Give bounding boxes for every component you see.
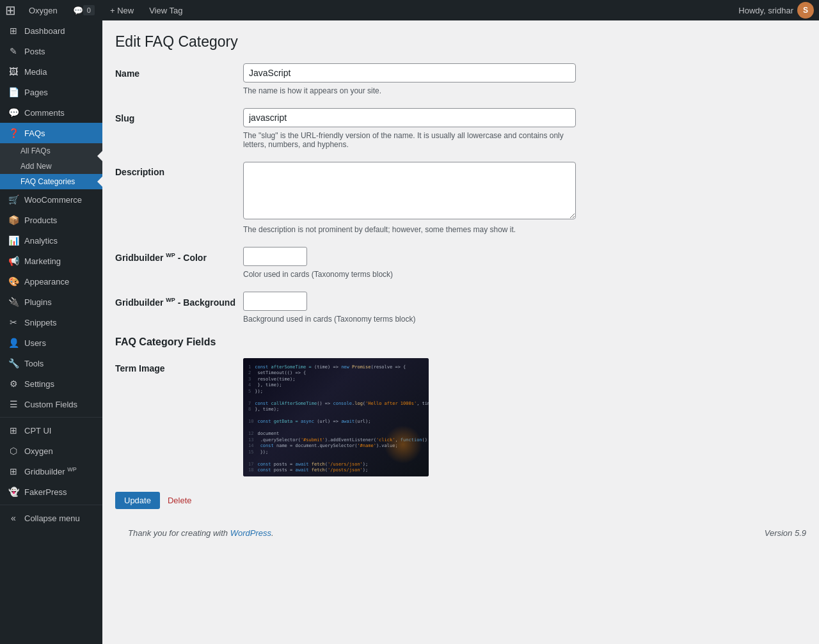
pages-icon: 📄 — [8, 87, 19, 97]
sidebar-item-marketing[interactable]: 📢Marketing — [0, 251, 102, 271]
term-image-content: 1const afterSomeTime = (time) => new Pro… — [243, 358, 691, 476]
sidebar-label: Collapse menu — [24, 514, 80, 523]
section-title: FAQ Category Fields — [115, 336, 691, 348]
sidebar-item-users[interactable]: 👤Users — [0, 333, 102, 353]
custom-fields-icon: ☰ — [8, 399, 19, 409]
sidebar-label: FAQs — [24, 129, 45, 138]
sidebar-label: Plugins — [24, 297, 52, 307]
description-field: Description The description is not promi… — [115, 162, 691, 234]
sidebar-label: Products — [24, 216, 57, 225]
sidebar-item-woocommerce[interactable]: 🛒WooCommerce — [0, 189, 102, 210]
name-label: Name — [115, 63, 243, 95]
page-title: Edit FAQ Category — [115, 33, 806, 51]
term-image-preview[interactable]: 1const afterSomeTime = (time) => new Pro… — [243, 358, 429, 476]
color-field: Gridbuilder WP - Color Color used in car… — [115, 247, 691, 279]
settings-icon: ⚙ — [8, 379, 19, 389]
sidebar-label: CPT UI — [24, 426, 51, 436]
user-avatar: S — [797, 2, 814, 19]
sidebar-label: Users — [24, 338, 46, 348]
media-icon: 🖼 — [8, 67, 19, 77]
color-input[interactable] — [243, 247, 307, 266]
sidebar-item-products[interactable]: 📦Products — [0, 210, 102, 230]
sidebar-item-analytics[interactable]: 📊Analytics — [0, 230, 102, 251]
appearance-icon: 🎨 — [8, 276, 19, 287]
name-field: Name The name is how it appears on your … — [115, 63, 691, 95]
sidebar-label: Gridbuilder WP — [24, 466, 77, 476]
snippets-icon: ✂ — [8, 317, 19, 327]
comment-icon: 💬 — [73, 6, 83, 15]
sidebar-label: Custom Fields — [24, 400, 77, 409]
sidebar-item-collapse[interactable]: «Collapse menu — [0, 508, 102, 528]
name-input[interactable] — [243, 63, 576, 82]
sidebar-item-oxygen[interactable]: ⬡Oxygen — [0, 441, 102, 461]
sidebar-item-posts[interactable]: ✎Posts — [0, 41, 102, 61]
sidebar-item-settings[interactable]: ⚙Settings — [0, 373, 102, 394]
description-description: The description is not prominent by defa… — [243, 225, 576, 234]
sidebar-label: Pages — [24, 88, 48, 97]
sidebar-item-media[interactable]: 🖼Media — [0, 61, 102, 82]
sidebar-label: Oxygen — [24, 446, 53, 456]
color-label: Gridbuilder WP - Color — [115, 247, 243, 279]
sidebar-item-faqs[interactable]: ❓FAQs All FAQs Add New FAQ Categories — [0, 123, 102, 189]
background-input[interactable] — [243, 292, 307, 311]
sidebar-label: Comments — [24, 108, 65, 118]
posts-icon: ✎ — [8, 46, 19, 56]
admin-bar: ⊞ Oxygen 💬 0 + New View Tag Howdy, sridh… — [0, 0, 819, 20]
background-label: Gridbuilder WP - Background — [115, 292, 243, 324]
edit-form: Name The name is how it appears on your … — [115, 63, 691, 509]
background-description: Background used in cards (Taxonomy terms… — [243, 315, 576, 324]
sidebar-item-appearance[interactable]: 🎨Appearance — [0, 271, 102, 292]
adminbar-comments[interactable]: 💬 0 — [67, 0, 101, 20]
main-content: Edit FAQ Category Name The name is how i… — [102, 20, 819, 644]
submenu-add-new[interactable]: Add New — [0, 159, 102, 174]
sidebar-item-dashboard[interactable]: ⊞Dashboard — [0, 20, 102, 41]
color-content: Color used in cards (Taxonomy terms bloc… — [243, 247, 691, 279]
sidebar-label: Snippets — [24, 318, 57, 327]
sidebar-item-gridbuilder[interactable]: ⊞Gridbuilder WP — [0, 461, 102, 482]
sidebar-item-fakerpress[interactable]: 👻FakerPress — [0, 482, 102, 502]
wordpress-link[interactable]: WordPress — [230, 528, 271, 538]
sidebar-item-pages[interactable]: 📄Pages — [0, 82, 102, 102]
delete-button[interactable]: Delete — [168, 496, 192, 505]
sidebar-label: Marketing — [24, 256, 61, 266]
code-glow — [384, 425, 422, 464]
tools-icon: 🔧 — [8, 358, 19, 368]
slug-content: The "slug" is the URL-friendly version o… — [243, 108, 691, 149]
sidebar-item-plugins[interactable]: 🔌Plugins — [0, 292, 102, 312]
background-input-wrap — [243, 292, 691, 311]
sidebar-label: Media — [24, 67, 47, 77]
sidebar-label: FakerPress — [24, 487, 67, 497]
sidebar-item-comments[interactable]: 💬Comments — [0, 102, 102, 123]
background-content: Background used in cards (Taxonomy terms… — [243, 292, 691, 324]
color-input-wrap — [243, 247, 691, 266]
wp-logo-icon[interactable]: ⊞ — [5, 3, 16, 18]
slug-input[interactable] — [243, 108, 576, 127]
sidebar-label: Appearance — [24, 277, 69, 287]
slug-description: The "slug" is the URL-friendly version o… — [243, 131, 576, 149]
plugins-icon: 🔌 — [8, 297, 19, 307]
footer-area: Thank you for creating with WordPress. V… — [115, 528, 806, 538]
adminbar-view-tag[interactable]: View Tag — [143, 0, 189, 20]
sidebar-item-snippets[interactable]: ✂Snippets — [0, 312, 102, 333]
sidebar-label: Settings — [24, 379, 54, 389]
description-content: The description is not prominent by defa… — [243, 162, 691, 234]
adminbar-new[interactable]: + New — [104, 0, 140, 20]
submenu-faq-categories[interactable]: FAQ Categories — [0, 174, 102, 189]
submenu-all-faqs[interactable]: All FAQs — [0, 143, 102, 159]
analytics-icon: 📊 — [8, 235, 19, 246]
description-input[interactable] — [243, 162, 576, 219]
adminbar-user[interactable]: Howdy, sridhar S — [738, 2, 814, 19]
sidebar-item-cpt-ui[interactable]: ⊞CPT UI — [0, 420, 102, 441]
sidebar-label: WooCommerce — [24, 195, 82, 205]
sidebar-item-custom-fields[interactable]: ☰Custom Fields — [0, 394, 102, 414]
sidebar-item-tools[interactable]: 🔧Tools — [0, 353, 102, 373]
gridbuilder-icon: ⊞ — [8, 466, 19, 476]
adminbar-site-name[interactable]: Oxygen — [22, 0, 64, 20]
form-buttons: Update Delete — [115, 492, 691, 509]
code-image: 1const afterSomeTime = (time) => new Pro… — [243, 358, 429, 476]
update-button[interactable]: Update — [115, 492, 160, 509]
name-content: The name is how it appears on your site. — [243, 63, 691, 95]
adminbar-howdy-text: Howdy, sridhar — [738, 6, 793, 15]
sidebar-label: Posts — [24, 47, 45, 56]
footer-thanks: Thank you for creating with — [128, 528, 228, 538]
